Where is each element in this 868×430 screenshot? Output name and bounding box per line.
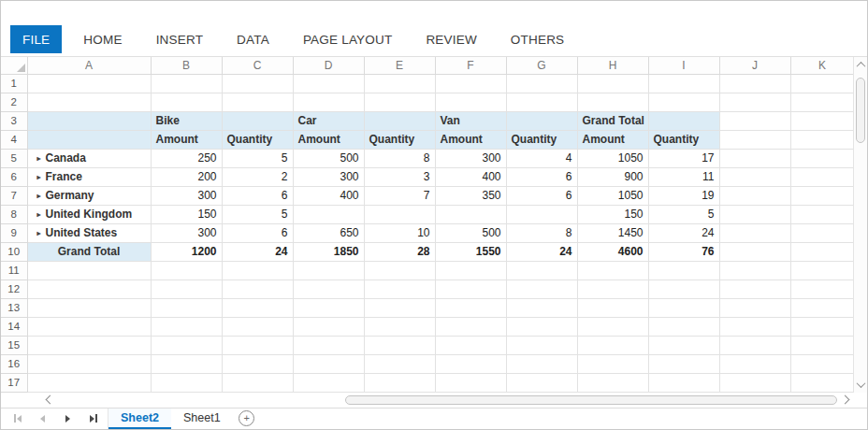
cell-B17[interactable] xyxy=(151,373,222,392)
cell-F11[interactable] xyxy=(435,261,506,280)
cell-H13[interactable] xyxy=(577,298,648,317)
cell-D17[interactable] xyxy=(293,373,364,392)
cell-H16[interactable] xyxy=(577,354,648,373)
cell-G6[interactable]: 6 xyxy=(506,167,577,186)
cell-I14[interactable] xyxy=(648,317,719,336)
cell-G17[interactable] xyxy=(506,373,577,392)
cell-H6[interactable]: 900 xyxy=(577,167,648,186)
cell-C6[interactable]: 2 xyxy=(222,167,293,186)
sheet-nav-next-button[interactable] xyxy=(55,408,80,430)
cell-H3[interactable]: Grand Total xyxy=(577,111,648,130)
cell-J8[interactable] xyxy=(719,205,790,223)
cell-A2[interactable] xyxy=(27,93,151,111)
cell-A17[interactable] xyxy=(27,373,151,392)
cell-J7[interactable] xyxy=(719,186,790,205)
cell-B7[interactable]: 300 xyxy=(151,186,222,205)
cell-A7[interactable]: ▸Germany xyxy=(27,186,151,205)
cell-J11[interactable] xyxy=(719,261,790,280)
cell-H17[interactable] xyxy=(577,373,648,392)
expand-icon[interactable]: ▸ xyxy=(37,154,41,163)
vertical-scrollbar[interactable] xyxy=(853,57,867,393)
expand-icon[interactable]: ▸ xyxy=(37,210,41,219)
select-all-corner[interactable] xyxy=(1,57,27,74)
cell-F1[interactable] xyxy=(435,74,506,93)
cell-I15[interactable] xyxy=(648,336,719,354)
cell-G12[interactable] xyxy=(506,280,577,298)
cell-H7[interactable]: 1050 xyxy=(577,186,648,205)
column-header-F[interactable]: F xyxy=(435,57,506,74)
cell-K14[interactable] xyxy=(790,317,853,336)
cell-E4[interactable]: Quantity xyxy=(364,130,435,149)
cell-G11[interactable] xyxy=(506,261,577,280)
sheet-nav-first-button[interactable] xyxy=(5,408,30,430)
cell-F7[interactable]: 350 xyxy=(435,186,506,205)
row-header-3[interactable]: 3 xyxy=(1,111,27,130)
cell-B8[interactable]: 150 xyxy=(151,205,222,223)
cell-D6[interactable]: 300 xyxy=(293,167,364,186)
expand-icon[interactable]: ▸ xyxy=(37,173,41,181)
cell-G7[interactable]: 6 xyxy=(506,186,577,205)
cell-D13[interactable] xyxy=(293,298,364,317)
cell-D2[interactable] xyxy=(293,93,364,111)
row-header-11[interactable]: 11 xyxy=(1,261,27,280)
row-header-4[interactable]: 4 xyxy=(1,130,27,149)
cell-A8[interactable]: ▸United Kingdom xyxy=(27,205,151,223)
cell-F4[interactable]: Amount xyxy=(435,130,506,149)
cell-F12[interactable] xyxy=(435,280,506,298)
cell-D11[interactable] xyxy=(293,261,364,280)
cell-C13[interactable] xyxy=(222,298,293,317)
cell-D1[interactable] xyxy=(293,74,364,93)
cell-F15[interactable] xyxy=(435,336,506,354)
cell-J3[interactable] xyxy=(719,111,790,130)
horizontal-scrollbar[interactable] xyxy=(1,393,867,408)
cell-E17[interactable] xyxy=(364,373,435,392)
cell-K11[interactable] xyxy=(790,261,853,280)
scroll-right-button[interactable] xyxy=(837,393,852,408)
cell-G2[interactable] xyxy=(506,93,577,111)
cell-E2[interactable] xyxy=(364,93,435,111)
cell-J1[interactable] xyxy=(719,74,790,93)
cell-K4[interactable] xyxy=(790,130,853,149)
cell-F14[interactable] xyxy=(435,317,506,336)
cell-A13[interactable] xyxy=(27,298,151,317)
cell-I12[interactable] xyxy=(648,280,719,298)
cell-F9[interactable]: 500 xyxy=(435,223,506,242)
row-header-5[interactable]: 5 xyxy=(1,149,27,167)
cell-B12[interactable] xyxy=(151,280,222,298)
column-header-D[interactable]: D xyxy=(293,57,364,74)
cell-G14[interactable] xyxy=(506,317,577,336)
cell-F8[interactable] xyxy=(435,205,506,223)
cell-G1[interactable] xyxy=(506,74,577,93)
cell-C4[interactable]: Quantity xyxy=(222,130,293,149)
cell-D7[interactable]: 400 xyxy=(293,186,364,205)
menu-item-home[interactable]: HOME xyxy=(71,25,134,53)
cell-G4[interactable]: Quantity xyxy=(506,130,577,149)
cell-J12[interactable] xyxy=(719,280,790,298)
cell-B9[interactable]: 300 xyxy=(151,223,222,242)
cell-B1[interactable] xyxy=(151,74,222,93)
cell-I13[interactable] xyxy=(648,298,719,317)
sheet-nav-previous-button[interactable] xyxy=(30,408,55,430)
expand-icon[interactable]: ▸ xyxy=(37,229,41,237)
cell-B4[interactable]: Amount xyxy=(151,130,222,149)
row-header-2[interactable]: 2 xyxy=(1,93,27,111)
row-header-7[interactable]: 7 xyxy=(1,186,27,205)
column-header-A[interactable]: A xyxy=(27,57,151,74)
cell-C14[interactable] xyxy=(222,317,293,336)
cell-H8[interactable]: 150 xyxy=(577,205,648,223)
cell-B14[interactable] xyxy=(151,317,222,336)
row-header-9[interactable]: 9 xyxy=(1,223,27,242)
cell-C8[interactable]: 5 xyxy=(222,205,293,223)
cell-K9[interactable] xyxy=(790,223,853,242)
cell-G8[interactable] xyxy=(506,205,577,223)
cell-K17[interactable] xyxy=(790,373,853,392)
cell-C10[interactable]: 24 xyxy=(222,242,293,261)
cell-I8[interactable]: 5 xyxy=(648,205,719,223)
cell-I1[interactable] xyxy=(648,74,719,93)
row-header-6[interactable]: 6 xyxy=(1,167,27,186)
cell-H9[interactable]: 1450 xyxy=(577,223,648,242)
menu-item-file[interactable]: FILE xyxy=(10,25,62,53)
cell-G15[interactable] xyxy=(506,336,577,354)
row-header-15[interactable]: 15 xyxy=(1,336,27,354)
menu-item-page-layout[interactable]: PAGE LAYOUT xyxy=(291,25,404,53)
